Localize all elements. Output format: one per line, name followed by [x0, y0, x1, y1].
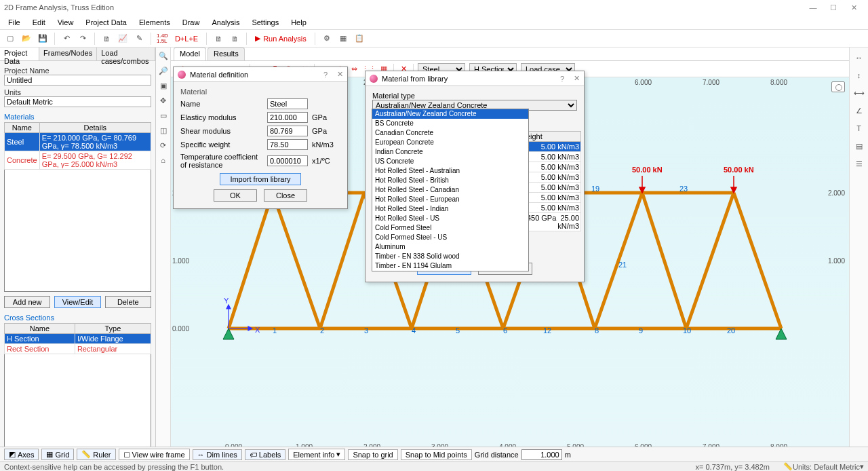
new-icon[interactable]: ▢: [4, 33, 16, 45]
ruler-toggle[interactable]: 📏Ruler: [77, 449, 115, 460]
tab-project-data[interactable]: Project Data: [0, 48, 39, 60]
dropdown-option[interactable]: Indian Concrete: [372, 147, 528, 157]
redo-icon[interactable]: ↷: [77, 33, 89, 45]
save-icon[interactable]: 💾: [37, 33, 49, 45]
maximize-button[interactable]: ☐: [823, 3, 844, 12]
dimlines-toggle[interactable]: ↔Dim lines: [193, 449, 242, 460]
units-dropdown-icon[interactable]: ▾: [860, 462, 864, 471]
dropdown-option[interactable]: Hot Rolled Steel - Canadian: [372, 185, 528, 195]
dialog-help-icon[interactable]: ?: [323, 71, 328, 79]
tab-results[interactable]: Results: [208, 48, 245, 60]
grid-distance-input[interactable]: [521, 449, 562, 460]
pan-icon[interactable]: ✥: [158, 95, 169, 106]
angle-icon[interactable]: ∠: [853, 105, 865, 117]
paste-icon[interactable]: 📋: [353, 33, 366, 45]
dropdown-option[interactable]: Timber - EN 1194 Glulam: [372, 261, 528, 271]
mirror-icon[interactable]: ⇔: [349, 64, 359, 75]
tab-load-cases[interactable]: Load cases/combos: [97, 48, 155, 60]
weight-input[interactable]: [267, 139, 308, 150]
material-ok-button[interactable]: OK: [214, 189, 257, 202]
home-icon[interactable]: ⌂: [158, 155, 169, 166]
dropdown-option[interactable]: BS Concrete: [372, 119, 528, 128]
doc2-icon[interactable]: 🗎: [229, 33, 241, 45]
select-icon[interactable]: ▭: [158, 110, 169, 121]
table-row[interactable]: Rect SectionRectangular: [5, 344, 151, 354]
minimize-button[interactable]: —: [803, 3, 823, 12]
material-type-dropdown-list[interactable]: Australian/New Zealand Concrete BS Concr…: [372, 109, 529, 271]
dropdown-option[interactable]: Hot Rolled Steel - European: [372, 195, 528, 204]
temp-coef-input[interactable]: [267, 155, 308, 166]
properties-icon[interactable]: ☰: [853, 157, 865, 170]
menu-analysis[interactable]: Analysis: [206, 17, 245, 28]
zoom-fit-icon[interactable]: ▣: [158, 80, 169, 91]
ruler-horiz-icon[interactable]: ↔: [853, 52, 865, 64]
import-from-library-button[interactable]: Import from library: [220, 173, 301, 185]
snap-grid-toggle[interactable]: Snap to grid: [348, 449, 397, 460]
layers-icon[interactable]: ▤: [853, 140, 865, 152]
e-modulus-input[interactable]: [267, 112, 308, 123]
menu-help[interactable]: Help: [285, 17, 312, 28]
menu-project-data[interactable]: Project Data: [80, 17, 132, 28]
dropdown-option[interactable]: Aluminum: [372, 242, 528, 252]
dropdown-option[interactable]: Hot Rolled Steel - US: [372, 214, 528, 223]
load-ratios[interactable]: 1.4D1.5L: [157, 33, 168, 44]
tab-frames-nodes[interactable]: Frames/Nodes: [39, 48, 97, 60]
grid-toggle[interactable]: ▦Grid: [41, 449, 74, 460]
element-info-button[interactable]: Element info▾: [288, 449, 345, 460]
table-row[interactable]: ConcreteE= 29.500 GPa, G= 12.292 GPa, γ=…: [5, 151, 151, 170]
cross-table[interactable]: NameType H SectionI/Wide Flange Rect Sec…: [4, 323, 151, 354]
units-input[interactable]: [4, 96, 151, 107]
menu-settings[interactable]: Settings: [246, 17, 284, 28]
dropdown-option[interactable]: US Concrete: [372, 157, 528, 166]
settings-icon[interactable]: ⚙: [321, 33, 333, 45]
axes-toggle[interactable]: ◩Axes: [4, 449, 39, 460]
menu-edit[interactable]: Edit: [27, 17, 51, 28]
dropdown-option[interactable]: Canadian Concrete: [372, 128, 528, 138]
doc1-icon[interactable]: 🗎: [212, 33, 224, 45]
dropdown-option[interactable]: European Concrete: [372, 138, 528, 147]
labels-toggle[interactable]: 🏷Labels: [245, 449, 285, 460]
dropdown-option[interactable]: Hot Rolled Steel - Australian: [372, 166, 528, 176]
material-name-input[interactable]: [267, 98, 308, 109]
g-modulus-input[interactable]: [267, 126, 308, 136]
table-row[interactable]: SteelE= 210.000 GPa, G= 80.769 GPa, γ= 7…: [5, 133, 151, 151]
window-icon[interactable]: ◫: [158, 125, 169, 136]
materials-edit-button[interactable]: View/Edit: [54, 296, 100, 308]
ruler-vert-icon[interactable]: ↕: [853, 69, 865, 81]
menu-elements[interactable]: Elements: [134, 17, 176, 28]
table-icon[interactable]: ▦: [337, 33, 349, 45]
run-analysis-button[interactable]: ▶Run Analysis: [252, 34, 309, 43]
project-name-input[interactable]: [4, 75, 151, 86]
menu-draw[interactable]: Draw: [177, 17, 205, 28]
camera-icon[interactable]: [831, 81, 845, 92]
dropdown-option[interactable]: Hot Rolled Steel - British: [372, 176, 528, 185]
text-icon[interactable]: T: [853, 122, 865, 134]
chart-icon[interactable]: 📈: [117, 33, 129, 45]
dropdown-option[interactable]: Australian/New Zealand Concrete: [372, 109, 528, 119]
dropdown-option[interactable]: Hot Rolled Steel - Indian: [372, 204, 528, 214]
report-icon[interactable]: 🗎: [100, 33, 113, 45]
wireframe-toggle[interactable]: ▢View wire frame: [119, 449, 190, 460]
menu-view[interactable]: View: [52, 17, 79, 28]
open-icon[interactable]: 📂: [20, 33, 33, 45]
dropdown-option[interactable]: Timber - EN 338 Solid wood: [372, 252, 528, 261]
rotate-icon[interactable]: ⟳: [158, 140, 169, 151]
snap-mid-toggle[interactable]: Snap to Mid points: [401, 449, 472, 460]
material-close-button[interactable]: Close: [264, 189, 307, 202]
materials-delete-button[interactable]: Delete: [105, 296, 151, 308]
table-row[interactable]: H SectionI/Wide Flange: [5, 334, 151, 344]
dialog-help-icon[interactable]: ?: [560, 75, 564, 83]
pencil-icon[interactable]: ✎: [133, 33, 145, 45]
materials-add-button[interactable]: Add new: [4, 296, 50, 308]
dropdown-option[interactable]: Cold Formed Steel: [372, 223, 528, 233]
load-combo-badge[interactable]: D+L+E: [172, 35, 201, 43]
dialog-close-icon[interactable]: ✕: [337, 70, 343, 79]
menu-file[interactable]: File: [3, 17, 26, 28]
dimension-icon[interactable]: ⟷: [853, 87, 865, 99]
zoom-in-icon[interactable]: 🔍: [158, 50, 169, 61]
materials-table[interactable]: NameDetails SteelE= 210.000 GPa, G= 80.7…: [4, 122, 151, 170]
dialog-close-icon[interactable]: ✕: [574, 74, 580, 83]
undo-icon[interactable]: ↶: [60, 33, 73, 45]
dropdown-option[interactable]: Cold Formed Steel - US: [372, 233, 528, 242]
close-button[interactable]: ✕: [844, 3, 864, 12]
